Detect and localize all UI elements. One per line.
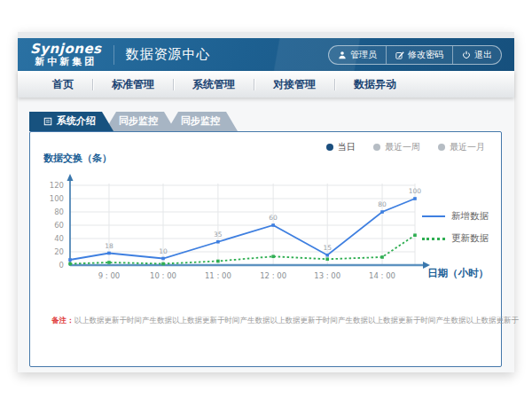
company-logo: Synjones 新中新集团 — [30, 43, 102, 66]
legend-label: 新增数据 — [451, 210, 489, 223]
svg-text:40: 40 — [54, 234, 64, 243]
line-chart: 0204060801001209 : 0010 : 0011 : 0012 : … — [39, 171, 456, 288]
footnote: 备注：以上数据更新于时间产生数据以上数据更新于时间产生数据以上数据更新于时间产生… — [51, 316, 519, 326]
svg-text:120: 120 — [50, 181, 64, 190]
svg-text:80: 80 — [378, 200, 387, 208]
svg-text:60: 60 — [54, 221, 64, 230]
tab-label: 同步监控 — [181, 112, 220, 131]
document-icon — [43, 117, 52, 126]
window-top-strip — [18, 32, 514, 38]
radio-dot-icon — [373, 144, 380, 151]
legend-label: 更新数据 — [451, 232, 489, 245]
user-menu-change-password[interactable]: 修改密码 — [386, 46, 452, 64]
user-menu-logout[interactable]: 退出 — [452, 46, 501, 64]
svg-text:20: 20 — [54, 247, 64, 256]
power-icon — [462, 51, 471, 59]
nav-item-data-change[interactable]: 数据异动 — [335, 77, 415, 92]
time-filter-group: 当日 最近一周 最近一月 — [326, 141, 485, 153]
header-divider — [113, 45, 114, 65]
content-area: 系统介绍 同步监控 同步监控 当日 最近一周 — [18, 98, 514, 372]
svg-text:9 : 00: 9 : 00 — [98, 271, 121, 280]
green-dotted-swatch — [422, 238, 445, 240]
nav-item-standard-mgmt[interactable]: 标准管理 — [93, 77, 173, 92]
user-icon — [338, 51, 347, 59]
radio-last-month[interactable]: 最近一月 — [438, 141, 485, 153]
logo-brand-text: Synjones — [30, 43, 102, 57]
tab-label: 系统介绍 — [57, 112, 96, 131]
footnote-label: 备注： — [51, 316, 74, 325]
y-axis-title: 数据交换（条） — [43, 152, 112, 165]
radio-today[interactable]: 当日 — [326, 141, 356, 153]
radio-dot-icon — [438, 144, 445, 151]
svg-text:60: 60 — [269, 214, 278, 222]
svg-text:18: 18 — [105, 242, 113, 250]
svg-text:12 : 00: 12 : 00 — [260, 271, 286, 280]
chart-panel: 当日 最近一周 最近一月 数据交换（条） 0204060801001209 : … — [29, 131, 502, 367]
main-nav: 首页 标准管理 系统管理 对接管理 数据异动 — [18, 71, 514, 98]
svg-text:10 : 00: 10 : 00 — [150, 271, 176, 280]
app-header: Synjones 新中新集团 数据资源中心 管理员 修改密码 — [18, 38, 514, 71]
svg-text:100: 100 — [409, 187, 422, 195]
nav-item-docking-mgmt[interactable]: 对接管理 — [254, 77, 334, 92]
tab-label: 同步监控 — [119, 112, 158, 131]
nav-item-system-mgmt[interactable]: 系统管理 — [174, 77, 254, 92]
legend-item-new-data: 新增数据 — [422, 210, 489, 223]
chart-legend: 新增数据 更新数据 — [422, 210, 489, 245]
tab-sync-monitor-2[interactable]: 同步监控 — [167, 112, 238, 131]
svg-text:10: 10 — [159, 247, 168, 255]
svg-text:0: 0 — [59, 261, 64, 270]
footnote-text: 以上数据更新于时间产生数据以上数据更新于时间产生数据以上数据更新于时间产生数据以… — [74, 316, 520, 325]
app-window: Synjones 新中新集团 数据资源中心 管理员 修改密码 — [18, 32, 514, 372]
tab-system-intro[interactable]: 系统介绍 — [29, 112, 113, 131]
svg-text:15: 15 — [323, 244, 332, 252]
x-axis-title: 日期（小时） — [427, 267, 489, 280]
radio-label: 最近一周 — [385, 141, 420, 153]
radio-label: 当日 — [338, 141, 356, 153]
logo-company-name: 新中新集团 — [30, 57, 102, 67]
edit-icon — [395, 51, 404, 59]
radio-last-week[interactable]: 最近一周 — [373, 141, 420, 153]
svg-text:35: 35 — [214, 231, 223, 239]
nav-item-home[interactable]: 首页 — [34, 77, 92, 92]
user-menu: 管理员 修改密码 退出 — [328, 45, 502, 65]
user-menu-logout-label: 退出 — [474, 49, 492, 61]
svg-text:11 : 00: 11 : 00 — [205, 271, 231, 280]
tab-bar: 系统介绍 同步监控 同步监控 — [29, 112, 238, 131]
radio-dot-icon — [326, 144, 333, 151]
user-menu-admin[interactable]: 管理员 — [329, 46, 386, 64]
svg-text:13 : 00: 13 : 00 — [314, 271, 340, 280]
user-menu-admin-label: 管理员 — [350, 49, 377, 61]
svg-text:80: 80 — [54, 207, 64, 216]
legend-item-updated-data: 更新数据 — [422, 232, 489, 245]
radio-label: 最近一月 — [450, 141, 485, 153]
svg-text:100: 100 — [50, 194, 64, 203]
tab-sync-monitor-1[interactable]: 同步监控 — [105, 112, 176, 131]
app-title: 数据资源中心 — [126, 46, 211, 63]
blue-line-swatch — [422, 215, 445, 217]
svg-text:14 : 00: 14 : 00 — [369, 271, 395, 280]
user-menu-change-password-label: 修改密码 — [408, 49, 443, 61]
